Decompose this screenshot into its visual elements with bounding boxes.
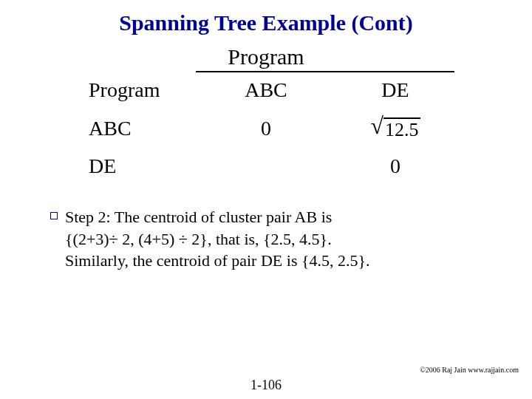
- sqrt-value: 12.5: [383, 117, 420, 141]
- distance-matrix: Program Program ABC DE ABC 0 √ 12.5 DE 0: [74, 44, 458, 191]
- matrix-cell: 0: [332, 154, 458, 178]
- matrix-cell: 0: [200, 117, 332, 140]
- step-line: Similarly, the centroid of pair DE is {4…: [65, 251, 370, 270]
- matrix-cell: Program: [74, 78, 200, 102]
- matrix-cell: DE: [332, 78, 458, 102]
- step-line: {(2+3)÷ 2, (4+5) ÷ 2}, that is, {2.5, 4.…: [65, 230, 332, 248]
- page-number: 1-106: [0, 378, 532, 393]
- step-text: Step 2: The centroid of cluster pair AB …: [65, 206, 370, 272]
- matrix-cell-sqrt: √ 12.5: [332, 115, 458, 141]
- matrix-row: ABC 0 √ 12.5: [74, 115, 458, 141]
- sqrt-icon: √: [370, 115, 383, 136]
- matrix-cell: ABC: [74, 117, 200, 140]
- matrix-top-label: Program: [228, 44, 304, 69]
- copyright: ©2006 Raj Jain www.rajjain.com: [420, 366, 519, 374]
- slide-title: Spanning Tree Example (Cont): [30, 10, 502, 35]
- matrix-row: DE 0: [74, 154, 458, 178]
- step-line: Step 2: The centroid of cluster pair AB …: [65, 208, 332, 226]
- matrix-cell: ABC: [200, 78, 332, 102]
- matrix-cell: DE: [74, 154, 200, 178]
- slide: Spanning Tree Example (Cont) Program Pro…: [0, 0, 532, 399]
- matrix-row-header: Program ABC DE: [74, 78, 458, 102]
- matrix-rule: [196, 71, 454, 72]
- bullet-icon: [50, 212, 58, 219]
- bullet-item: Step 2: The centroid of cluster pair AB …: [30, 206, 502, 272]
